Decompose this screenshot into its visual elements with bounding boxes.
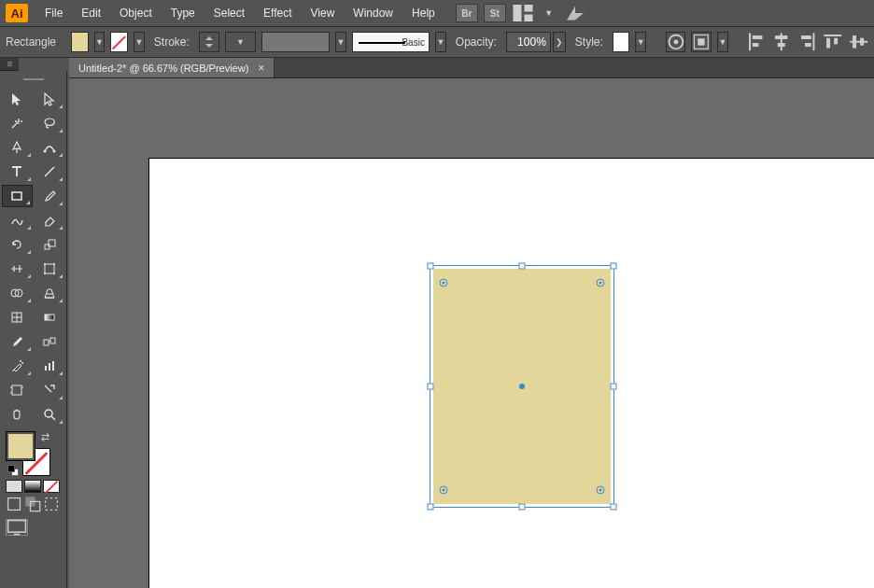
paintbrush-tool[interactable] bbox=[35, 185, 65, 207]
pen-tool[interactable] bbox=[2, 136, 33, 159]
align-left-button[interactable] bbox=[746, 32, 766, 52]
brush-picker-caret[interactable]: ▼ bbox=[435, 32, 446, 52]
swap-fill-stroke-icon[interactable]: ⇄ bbox=[41, 431, 49, 443]
scale-tool[interactable] bbox=[35, 233, 65, 256]
rectangle-tool[interactable] bbox=[2, 185, 33, 207]
brush-definition-caret[interactable]: ▼ bbox=[335, 32, 346, 52]
mesh-tool[interactable] bbox=[2, 306, 33, 329]
hand-tool[interactable] bbox=[2, 403, 33, 426]
artboard-tool[interactable] bbox=[2, 379, 33, 401]
stroke-weight-field[interactable] bbox=[199, 32, 219, 52]
fill-swatch[interactable] bbox=[71, 32, 89, 52]
close-icon[interactable]: × bbox=[258, 62, 264, 75]
opacity-caret[interactable]: ❯ bbox=[553, 32, 566, 52]
shaper-tool[interactable] bbox=[2, 209, 33, 231]
color-mode-solid[interactable] bbox=[6, 480, 22, 493]
perspective-tool[interactable] bbox=[35, 282, 65, 304]
menu-type[interactable]: Type bbox=[162, 0, 204, 26]
selection-handle[interactable] bbox=[428, 263, 434, 270]
menu-object[interactable]: Object bbox=[110, 0, 162, 26]
variable-width-profile[interactable]: ▼ bbox=[225, 32, 256, 52]
selection-handle[interactable] bbox=[611, 263, 617, 270]
column-graph-tool[interactable] bbox=[35, 355, 65, 377]
corner-radius-handle[interactable] bbox=[439, 279, 447, 287]
draw-normal-icon[interactable] bbox=[6, 497, 22, 511]
selection-handle[interactable] bbox=[428, 384, 434, 390]
eraser-tool[interactable] bbox=[35, 209, 65, 231]
menu-view[interactable]: View bbox=[302, 0, 345, 26]
shape-builder-tool[interactable] bbox=[2, 282, 33, 304]
corner-radius-handle[interactable] bbox=[439, 485, 447, 494]
recolor-artwork-button[interactable] bbox=[666, 32, 686, 52]
fill-color-front[interactable] bbox=[6, 431, 35, 461]
symbol-sprayer-tool[interactable] bbox=[2, 355, 33, 377]
magic-wand-tool[interactable] bbox=[2, 112, 33, 134]
svg-rect-8 bbox=[752, 35, 762, 39]
align-hcenter-button[interactable] bbox=[771, 32, 791, 52]
stroke-swatch[interactable] bbox=[110, 32, 128, 52]
selection-handle[interactable] bbox=[519, 263, 526, 270]
line-tool[interactable] bbox=[35, 161, 65, 183]
color-mode-none[interactable] bbox=[43, 480, 60, 493]
fill-dropdown[interactable]: ▼ bbox=[94, 32, 106, 52]
arrange-documents-icon[interactable] bbox=[512, 4, 534, 22]
type-tool[interactable] bbox=[2, 161, 33, 183]
graphic-style-swatch[interactable] bbox=[613, 32, 630, 52]
curvature-tool[interactable] bbox=[35, 136, 65, 159]
dock-collapse-grip[interactable] bbox=[0, 58, 19, 71]
align-vcenter-button[interactable] bbox=[849, 32, 868, 52]
width-tool[interactable] bbox=[2, 258, 33, 280]
selection-tool[interactable] bbox=[2, 88, 33, 110]
tools-panel-grip[interactable] bbox=[2, 75, 64, 84]
active-tool-label: Rectangle bbox=[6, 35, 65, 49]
zoom-tool[interactable] bbox=[35, 403, 65, 426]
menu-edit[interactable]: Edit bbox=[72, 0, 110, 26]
screen-mode-button[interactable] bbox=[6, 519, 28, 536]
stroke-dropdown[interactable]: ▼ bbox=[134, 32, 145, 52]
menu-file[interactable]: File bbox=[35, 0, 72, 26]
bridge-button[interactable]: Br bbox=[456, 4, 478, 22]
align-to-caret[interactable]: ▼ bbox=[717, 32, 728, 52]
menu-help[interactable]: Help bbox=[402, 0, 444, 26]
draw-behind-icon[interactable] bbox=[24, 497, 41, 511]
brush-definition-swatch[interactable] bbox=[261, 32, 330, 52]
free-transform-tool[interactable] bbox=[35, 258, 65, 280]
default-fill-stroke-icon[interactable] bbox=[7, 465, 19, 476]
document-tab-title: Untitled-2* @ 66.67% (RGB/Preview) bbox=[78, 63, 248, 74]
svg-point-33 bbox=[53, 273, 55, 274]
direct-selection-tool[interactable] bbox=[35, 88, 65, 110]
corner-radius-handle[interactable] bbox=[597, 485, 605, 494]
selection-handle[interactable] bbox=[519, 504, 526, 511]
svg-rect-15 bbox=[805, 43, 811, 47]
corner-radius-handle[interactable] bbox=[597, 279, 605, 287]
align-to-button[interactable] bbox=[691, 32, 712, 52]
opacity-field[interactable]: 100% bbox=[506, 32, 551, 52]
lasso-tool[interactable] bbox=[35, 112, 65, 134]
graphic-style-caret[interactable]: ▼ bbox=[635, 32, 646, 52]
menu-effect[interactable]: Effect bbox=[254, 0, 301, 26]
menu-select[interactable]: Select bbox=[204, 0, 254, 26]
arrange-caret-icon[interactable]: ▼ bbox=[538, 4, 560, 22]
selection-handle[interactable] bbox=[611, 384, 617, 390]
fill-stroke-swatch[interactable]: ⇄ bbox=[6, 431, 50, 476]
align-right-button[interactable] bbox=[797, 32, 817, 52]
draw-inside-icon[interactable] bbox=[43, 497, 60, 511]
canvas-area[interactable] bbox=[69, 78, 874, 588]
svg-rect-21 bbox=[860, 38, 864, 46]
brush-picker[interactable]: Basic bbox=[352, 32, 430, 52]
gpu-icon[interactable] bbox=[564, 4, 586, 22]
document-tab[interactable]: Untitled-2* @ 66.67% (RGB/Preview) × bbox=[69, 58, 275, 77]
selection-handle[interactable] bbox=[428, 504, 434, 511]
svg-point-30 bbox=[44, 263, 46, 265]
blend-tool[interactable] bbox=[35, 330, 65, 353]
rotate-tool[interactable] bbox=[2, 233, 33, 256]
align-top-button[interactable] bbox=[823, 32, 842, 52]
selection-handle[interactable] bbox=[611, 504, 617, 511]
stock-button[interactable]: St bbox=[484, 4, 506, 22]
gradient-tool[interactable] bbox=[35, 306, 65, 329]
selection-bounding-box[interactable] bbox=[430, 265, 614, 508]
eyedropper-tool[interactable] bbox=[2, 330, 33, 353]
menu-window[interactable]: Window bbox=[344, 0, 402, 26]
color-mode-gradient[interactable] bbox=[24, 480, 41, 493]
slice-tool[interactable] bbox=[35, 379, 65, 401]
